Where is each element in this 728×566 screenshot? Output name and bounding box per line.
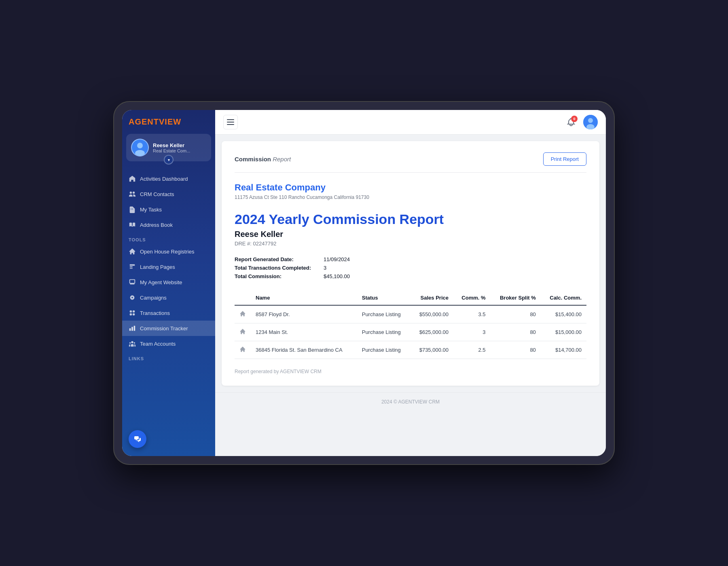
report-container: Commission Report Print Report Real Esta… — [222, 141, 599, 386]
row2-calc-comm: $15,000.00 — [541, 323, 586, 341]
meta-row-commission: Total Commission: $45,100.00 — [235, 273, 586, 279]
logo-text: AGENTVIEW — [129, 117, 181, 127]
user-avatar-topbar[interactable] — [583, 115, 598, 129]
sidebar-item-activities[interactable]: Activities Dashboard — [122, 171, 215, 186]
row1-icon-cell — [235, 305, 251, 323]
company-address: 11175 Azusa Ct Ste 110 Rancho Cucamonga … — [235, 194, 586, 200]
sidebar-item-tasks[interactable]: My Tasks — [122, 202, 215, 217]
sidebar-label-address: Address Book — [140, 222, 173, 228]
report-meta: Report Generated Date: 11/09/2024 Total … — [235, 256, 586, 279]
team-icon — [129, 340, 136, 347]
sidebar-item-crm[interactable]: CRM Contacts — [122, 186, 215, 202]
row1-broker-split: 80 — [491, 305, 541, 323]
top-bar: 0 — [215, 110, 606, 135]
sidebar-label-activities: Activities Dashboard — [140, 176, 188, 182]
notification-button[interactable]: 0 — [564, 115, 578, 129]
sidebar-label-crm: CRM Contacts — [140, 191, 174, 197]
report-copyright: 2024 © AGENTVIEW CRM — [215, 392, 606, 411]
commission-report-label: Commission Report — [235, 156, 291, 163]
user-title-sidebar: Real Estate Com... — [153, 148, 206, 153]
company-name: Real Estate Company — [235, 182, 586, 193]
commission-italic: Report — [271, 156, 291, 163]
sidebar-nav: Activities Dashboard CRM Contacts — [122, 168, 215, 456]
tablet-screen: AGENTVIEW Reese Keller Real Estate Com..… — [122, 110, 606, 456]
sidebar-item-open-house[interactable]: Open House Registries — [122, 244, 215, 259]
notification-badge: 0 — [571, 116, 578, 122]
hamburger-button[interactable] — [223, 115, 238, 129]
tablet-shell: AGENTVIEW Reese Keller Real Estate Com..… — [113, 101, 615, 465]
sidebar-label-landing: Landing Pages — [140, 264, 175, 270]
sidebar-item-campaigns[interactable]: Campaigns — [122, 290, 215, 305]
sidebar-item-commission[interactable]: Commission Tracker — [122, 321, 215, 336]
row3-comm-pct: 2.5 — [453, 341, 491, 359]
commission-bold: Commission — [235, 156, 271, 163]
sidebar-label-campaigns: Campaigns — [140, 295, 167, 301]
links-section-label: LINKS — [122, 351, 215, 363]
logo-main: AGENT — [129, 117, 159, 126]
report-area: Commission Report Print Report Real Esta… — [215, 135, 606, 456]
col-comm-pct: Comm. % — [453, 291, 491, 305]
col-status: Status — [357, 291, 411, 305]
agent-name: Reese Keller — [235, 230, 586, 239]
sidebar-item-team[interactable]: Team Accounts — [122, 336, 215, 351]
user-avatar-sidebar — [131, 139, 149, 156]
logo-accent: VIEW — [159, 117, 181, 126]
table-header: Name Status Sales Price Comm. % Broker S… — [235, 291, 586, 305]
sidebar-label-open-house: Open House Registries — [140, 249, 194, 255]
commission-icon — [129, 325, 136, 332]
table-row: 36845 Florida St. San Bernardino CA Purc… — [235, 341, 586, 359]
row2-icon-cell — [235, 323, 251, 341]
meta-label-date: Report Generated Date: — [235, 256, 324, 262]
app-logo: AGENTVIEW — [122, 110, 215, 131]
sidebar-label-tasks: My Tasks — [140, 207, 162, 213]
meta-value-transactions: 3 — [324, 265, 326, 271]
sidebar-item-address[interactable]: Address Book — [122, 217, 215, 232]
sidebar-label-transactions: Transactions — [140, 310, 170, 316]
chat-fab-button[interactable] — [129, 430, 146, 448]
sidebar-label-team: Team Accounts — [140, 341, 176, 347]
meta-value-commission: $45,100.00 — [324, 273, 350, 279]
dre-number: DRE #: 02247792 — [235, 241, 586, 247]
sidebar-item-landing[interactable]: Landing Pages — [122, 259, 215, 275]
row2-comm-pct: 3 — [453, 323, 491, 341]
landing-icon — [129, 263, 136, 270]
row1-comm-pct: 3.5 — [453, 305, 491, 323]
svg-point-1 — [137, 143, 143, 148]
table-header-row: Name Status Sales Price Comm. % Broker S… — [235, 291, 586, 305]
table-row: 1234 Main St. Purchase Listing $625,000.… — [235, 323, 586, 341]
dre-label: DRE #: — [235, 241, 252, 247]
transactions-icon — [129, 309, 136, 317]
col-sales-price: Sales Price — [411, 291, 453, 305]
meta-label-transactions: Total Transactions Completed: — [235, 265, 324, 271]
row3-calc-comm: $14,700.00 — [541, 341, 586, 359]
main-content: 0 Commission Report — [215, 110, 606, 456]
col-name: Name — [251, 291, 357, 305]
book-icon — [129, 221, 136, 228]
commission-table: Name Status Sales Price Comm. % Broker S… — [235, 291, 586, 359]
col-icon — [235, 291, 251, 305]
col-broker-split: Broker Split % — [491, 291, 541, 305]
meta-label-commission: Total Commission: — [235, 273, 324, 279]
col-calc-comm: Calc. Comm. — [541, 291, 586, 305]
table-body: 8587 Floyd Dr. Purchase Listing $550,000… — [235, 305, 586, 359]
row3-icon-cell — [235, 341, 251, 359]
print-report-button[interactable]: Print Report — [543, 152, 586, 166]
row3-status: Purchase Listing — [357, 341, 411, 359]
sidebar-item-website[interactable]: My Agent Website — [122, 275, 215, 290]
sidebar-label-website: My Agent Website — [140, 279, 182, 285]
users-icon — [129, 190, 136, 198]
row1-status: Purchase Listing — [357, 305, 411, 323]
home-icon — [129, 175, 136, 182]
user-profile[interactable]: Reese Keller Real Estate Com... ▾ — [126, 134, 211, 161]
row3-sales-price: $735,000.00 — [411, 341, 453, 359]
profile-chevron-icon[interactable]: ▾ — [164, 155, 174, 165]
row1-name: 8587 Floyd Dr. — [251, 305, 357, 323]
table-row: 8587 Floyd Dr. Purchase Listing $550,000… — [235, 305, 586, 323]
row1-sales-price: $550,000.00 — [411, 305, 453, 323]
dre-value: 02247792 — [253, 241, 277, 247]
row2-broker-split: 80 — [491, 323, 541, 341]
tasks-icon — [129, 206, 136, 213]
sidebar-item-transactions[interactable]: Transactions — [122, 305, 215, 321]
row2-sales-price: $625,000.00 — [411, 323, 453, 341]
meta-value-date: 11/09/2024 — [324, 256, 350, 262]
